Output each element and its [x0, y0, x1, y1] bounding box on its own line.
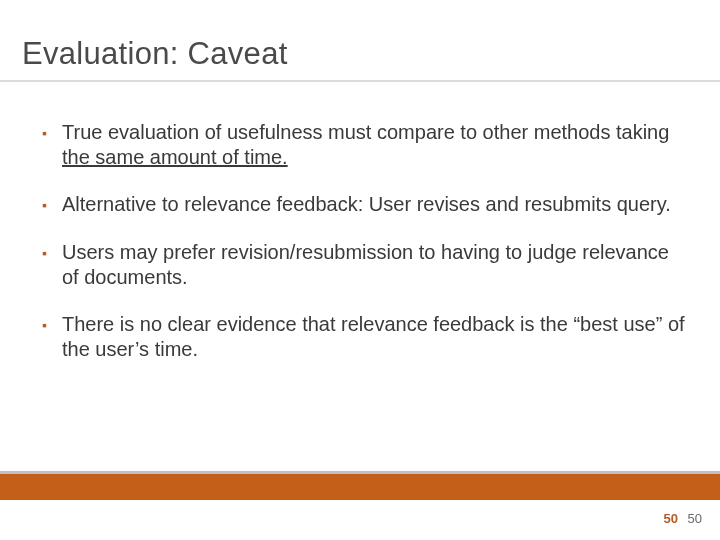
bullet-pre: Users may prefer revision/resubmission t…	[62, 241, 669, 288]
bullet-item: ▪ Users may prefer revision/resubmission…	[42, 240, 690, 290]
bullet-text: True evaluation of usefulness must compa…	[62, 120, 690, 170]
slide-title: Evaluation: Caveat	[22, 36, 288, 72]
bullet-pre: Alternative to relevance feedback: User …	[62, 193, 671, 215]
bullet-underlined: the same amount of time.	[62, 146, 288, 168]
slide-body: ▪ True evaluation of usefulness must com…	[42, 120, 690, 384]
page-number-secondary: 50	[688, 511, 702, 526]
bullet-text: There is no clear evidence that relevanc…	[62, 312, 690, 362]
title-underline-rule	[0, 80, 720, 82]
bullet-item: ▪ True evaluation of usefulness must com…	[42, 120, 690, 170]
square-bullet-icon: ▪	[42, 120, 62, 170]
bullet-text: Alternative to relevance feedback: User …	[62, 192, 671, 218]
footer-bar	[0, 474, 720, 500]
square-bullet-icon: ▪	[42, 312, 62, 362]
page-number-primary: 50	[664, 511, 678, 526]
bullet-text: Users may prefer revision/resubmission t…	[62, 240, 690, 290]
bullet-pre: There is no clear evidence that relevanc…	[62, 313, 685, 360]
square-bullet-icon: ▪	[42, 192, 62, 218]
bullet-pre: True evaluation of usefulness must compa…	[62, 121, 669, 143]
square-bullet-icon: ▪	[42, 240, 62, 290]
slide: Evaluation: Caveat ▪ True evaluation of …	[0, 0, 720, 540]
bullet-item: ▪ Alternative to relevance feedback: Use…	[42, 192, 690, 218]
bullet-item: ▪ There is no clear evidence that releva…	[42, 312, 690, 362]
